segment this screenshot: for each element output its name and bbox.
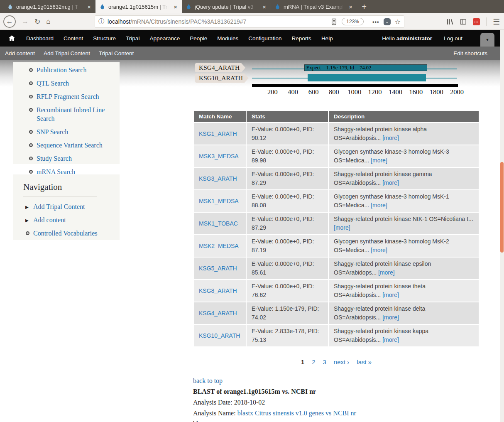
sidebars-icon[interactable] <box>460 18 467 25</box>
close-icon[interactable]: × <box>173 4 178 10</box>
match-name-link[interactable]: KSG4_ARATH <box>199 310 237 316</box>
match-name-link[interactable]: KSG10_ARATH <box>199 332 240 339</box>
table-row: MSK1_TOBACE-Value: 0.000e+0, PID: 87.29S… <box>194 213 479 234</box>
more-link[interactable]: [more] <box>371 247 387 253</box>
axis-tick-label: 400 <box>288 88 298 96</box>
axis-tick-label: 1000 <box>347 88 361 96</box>
match-name-cell: MSK2_MEDSA <box>194 235 246 257</box>
admin-menu-item-structure[interactable]: Structure <box>88 35 121 42</box>
url-bar[interactable]: ⓘ localhost /mRNA/Citrus/sinensis/PAC%3A… <box>95 15 404 28</box>
admin-menu-item-tripal[interactable]: Tripal <box>121 35 144 42</box>
bookmark-star-icon[interactable]: ☆ <box>395 18 401 26</box>
admin-menu-item-dashboard[interactable]: Dashboard <box>21 35 59 42</box>
close-icon[interactable]: × <box>86 4 92 10</box>
match-name-link[interactable]: MSK1_MEDSA <box>199 198 239 204</box>
sidebar-link[interactable]: Add content <box>33 216 66 223</box>
match-name-cell: KSG1_ARATH <box>194 123 246 145</box>
match-name-link[interactable]: KSG5_ARATH <box>199 265 237 272</box>
tab-title: jQuery update | Tripal v3 <box>195 4 259 10</box>
match-name-cell: KSG10_ARATH <box>194 325 246 346</box>
pager-link[interactable]: last » <box>357 358 372 366</box>
close-icon[interactable]: × <box>262 4 267 10</box>
sidebar-link[interactable]: RFLP Fragment Search <box>37 93 99 100</box>
table-header-row: Match NameStatsDescription <box>194 111 479 122</box>
browser-tab-4[interactable]: mRNA | Tripal v3 Exampl × <box>271 0 357 13</box>
navigation-heading: Navigation <box>23 182 97 196</box>
hit-bar[interactable]: Expect = 1.15e-179, Id = 74.02 <box>304 64 427 71</box>
admin-home-icon[interactable] <box>8 35 15 42</box>
toolbar-toggle-button[interactable]: ▼ <box>480 33 494 47</box>
menu-icon[interactable]: ☰ <box>493 17 500 27</box>
shortcut-link[interactable]: Add content <box>5 50 35 56</box>
more-link[interactable]: [more] <box>371 202 387 209</box>
sidebar-link[interactable]: QTL Search <box>37 80 69 87</box>
more-link[interactable]: [more] <box>378 269 395 276</box>
match-name-link[interactable]: KSG8_ARATH <box>199 287 237 294</box>
library-icon[interactable] <box>446 18 453 25</box>
pager-link[interactable]: 2 <box>312 358 315 366</box>
list-item: SNP Search <box>37 128 115 136</box>
scrollbar-thumb[interactable] <box>500 162 504 253</box>
close-icon[interactable]: × <box>348 4 353 10</box>
match-name-cell: MSK1_TOBAC <box>194 213 246 234</box>
new-tab-button[interactable]: + <box>357 0 371 13</box>
drupal-favicon-icon <box>99 4 105 10</box>
edit-shortcuts-link[interactable]: Edit shortcuts <box>453 47 487 60</box>
match-name-link[interactable]: KSG1_ARATH <box>199 130 237 137</box>
admin-menu-item-configuration[interactable]: Configuration <box>243 35 286 42</box>
match-name-link[interactable]: KSG3_ARATH <box>199 175 237 182</box>
shortcut-link[interactable]: Add Tripal Content <box>44 50 90 56</box>
url-host: localhost <box>108 18 130 25</box>
admin-menu-item-help[interactable]: Help <box>316 35 338 42</box>
admin-menu-item-people[interactable]: People <box>185 35 212 42</box>
more-link[interactable]: [more] <box>334 224 350 231</box>
reload-button[interactable]: ↻ <box>34 17 40 26</box>
analysis-name-link[interactable]: blastx Citrus sinensis v1.0 genes vs NCB… <box>237 410 356 417</box>
admin-menu-item-content[interactable]: Content <box>59 35 88 42</box>
admin-menu-item-modules[interactable]: Modules <box>212 35 243 42</box>
zoom-level-badge[interactable]: 123% <box>342 18 364 25</box>
page-info-icon[interactable]: ⓘ <box>98 18 104 25</box>
pager-link[interactable]: next › <box>334 358 350 366</box>
browser-tab-3[interactable]: jQuery update | Tripal v3 × <box>182 0 271 13</box>
extension-icon[interactable]: ••• <box>473 18 480 25</box>
sidebar-link[interactable]: Study Search <box>37 155 72 162</box>
match-name-link[interactable]: MSK3_MEDSA <box>199 153 239 159</box>
more-link[interactable]: [more] <box>382 135 399 141</box>
hit-bar[interactable] <box>308 74 426 81</box>
match-name-link[interactable]: MSK1_TOBAC <box>199 220 238 227</box>
home-button[interactable]: ⌂ <box>46 17 50 26</box>
sidebar-link[interactable]: Controlled Vocabularies <box>33 230 98 237</box>
more-link[interactable]: [more] <box>382 179 399 186</box>
table-row: MSK1_MEDSAE-Value: 0.000e+0, PID: 88.08G… <box>194 190 479 212</box>
admin-menu-item-appearance[interactable]: Appearance <box>144 35 185 42</box>
sidebar-link[interactable]: Add Tripal Content <box>33 203 85 210</box>
pocket-icon[interactable]: ⌄ <box>384 18 391 25</box>
pager-link[interactable]: 3 <box>323 358 326 366</box>
logout-link[interactable]: Log out <box>444 35 462 42</box>
back-button[interactable]: ← <box>3 15 16 28</box>
axis-tick-label: 1200 <box>368 88 382 96</box>
browser-tab-2-active[interactable]: orange1.1g015615m | Tri × <box>95 0 182 13</box>
scrollbar-track[interactable] <box>500 30 504 422</box>
sidebar-link[interactable]: Publication Search <box>37 66 86 74</box>
sidebar-link[interactable]: Recombinant Inbred Line Search <box>37 106 105 122</box>
sidebar-link[interactable]: Sequence Variant Search <box>37 142 103 149</box>
description-cell: Glycogen synthase kinase-3 homolog MsK-2… <box>329 235 479 257</box>
page-actions-icon[interactable]: ••• <box>372 19 379 25</box>
reader-mode-icon[interactable] <box>330 18 338 25</box>
more-link[interactable]: [more] <box>382 292 399 298</box>
browser-tab-1[interactable]: orange1.1g015632m.g | T × <box>3 0 95 13</box>
back-to-top-link[interactable]: back to top <box>193 377 223 384</box>
toolbar-separator <box>486 17 487 26</box>
admin-menu-item-reports[interactable]: Reports <box>287 35 316 42</box>
more-link[interactable]: [more] <box>382 314 399 321</box>
axis-tick-label: 200 <box>267 88 278 96</box>
forward-button[interactable]: → <box>22 17 29 26</box>
shortcut-link[interactable]: Tripal Content <box>99 50 134 56</box>
more-link[interactable]: [more] <box>371 157 387 164</box>
sidebar-link[interactable]: SNP Search <box>37 128 68 135</box>
match-name-link[interactable]: MSK2_MEDSA <box>199 243 239 249</box>
stats-cell: E-Value: 0.000e+0, PID: 90.12 <box>247 123 328 145</box>
more-link[interactable]: [more] <box>382 336 399 343</box>
